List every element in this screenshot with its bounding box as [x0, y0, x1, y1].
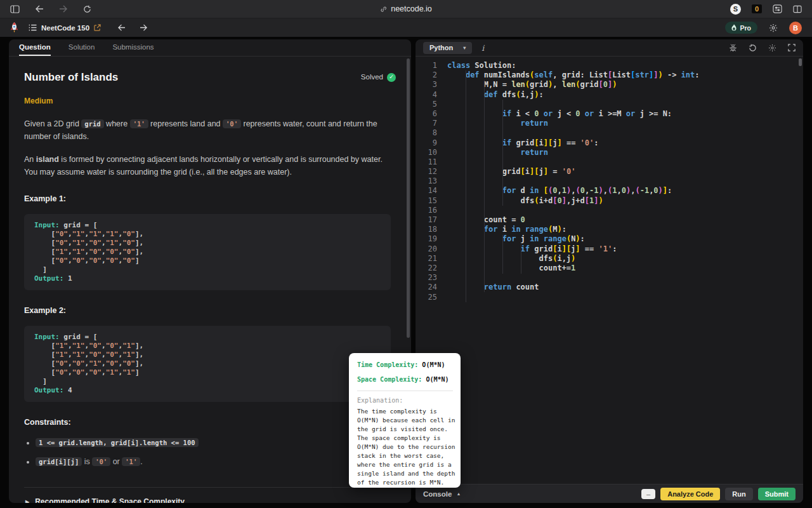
- constraints-list: 1 <= grid.length, grid[i].length <= 100g…: [36, 436, 396, 468]
- editor-line[interactable]: 19 for j in range(N):: [416, 234, 803, 244]
- editor-line[interactable]: 23: [416, 273, 803, 283]
- editor-line[interactable]: 21 dfs(i,j): [416, 254, 803, 264]
- time-complexity-label: Time Complexity:: [357, 361, 418, 368]
- editor-line[interactable]: 22 count+=1: [416, 264, 803, 273]
- browser-tune-icon[interactable]: [773, 4, 782, 13]
- editor-line[interactable]: 13: [416, 177, 803, 186]
- line-number: 22: [416, 264, 437, 273]
- extension-badge[interactable]: 0: [752, 4, 762, 13]
- editor-line[interactable]: 18 for i in range(M):: [416, 225, 803, 234]
- inline-code: grid: [81, 119, 103, 128]
- run-button[interactable]: Run: [725, 488, 752, 500]
- link-icon: [380, 6, 387, 13]
- submit-button[interactable]: Submit: [758, 488, 796, 500]
- extension-s-icon[interactable]: S: [730, 4, 741, 15]
- example-code-line: Output: 4: [34, 386, 381, 395]
- example-code-line: Output: 1: [34, 274, 381, 283]
- editor-line[interactable]: 11: [416, 157, 803, 167]
- chevron-right-icon: ▶: [25, 498, 29, 503]
- editor-line[interactable]: 2 def numIslands(self, grid: List[List[s…: [416, 70, 803, 80]
- example-code-line: Input: grid = [: [34, 333, 381, 342]
- example-code-line: ["0","0","1","0","0"],: [34, 359, 381, 368]
- collapsible-sections: ▶Recommended Time & Space Complexity▶Hin…: [24, 487, 391, 503]
- line-number: 24: [416, 283, 437, 292]
- language-dropdown[interactable]: Python ▾: [423, 42, 472, 54]
- line-number: 18: [416, 225, 437, 234]
- inline-code: '1': [122, 457, 140, 466]
- neetcode-rocket-logo[interactable]: [10, 22, 18, 33]
- editor-line[interactable]: 24 return count: [416, 283, 803, 292]
- editor-line[interactable]: 3 M,N = len(grid), len(grid[0]): [416, 80, 803, 90]
- editor-line[interactable]: 4 def dfs(i,j):: [416, 90, 803, 100]
- example-code-line: ["0","0","0","1","1"]: [34, 368, 381, 377]
- minimize-button[interactable]: –: [641, 489, 655, 499]
- line-number: 6: [416, 109, 437, 119]
- tab-solution[interactable]: Solution: [69, 39, 95, 56]
- problem-title: Number of Islands: [24, 69, 118, 86]
- analyze-code-button[interactable]: Analyze Code: [660, 488, 720, 500]
- browser-reload-icon[interactable]: [83, 5, 91, 13]
- open-list-external-icon[interactable]: [94, 24, 101, 31]
- editor-line[interactable]: 14 for d in [(0,1),(0,-1),(1,0),(-1,0)]:: [416, 186, 803, 196]
- example-code-line: ["0","1","1","1","0"],: [34, 230, 381, 239]
- code-editor[interactable]: 1class Solution:2 def numIslands(self, g…: [416, 57, 803, 484]
- reset-code-icon[interactable]: [749, 44, 757, 52]
- editor-line[interactable]: 25: [416, 293, 803, 302]
- browser-back-icon[interactable]: [35, 5, 44, 13]
- editor-line[interactable]: 1class Solution:: [416, 61, 803, 70]
- editor-line[interactable]: 8: [416, 128, 803, 138]
- constraints-label: Constraints:: [24, 416, 396, 429]
- constraint-item: grid[i][j] is '0' or '1'.: [36, 455, 396, 468]
- pro-badge[interactable]: Pro: [725, 22, 757, 34]
- example-code-line: ["0","1","0","1","0"],: [34, 239, 381, 248]
- collapsible-recommended-time-space-complexity[interactable]: ▶Recommended Time & Space Complexity: [24, 488, 391, 503]
- tab-submissions[interactable]: Submissions: [112, 39, 154, 56]
- fullscreen-icon[interactable]: [788, 44, 796, 52]
- problem-scrollbar[interactable]: [407, 58, 410, 338]
- info-icon[interactable]: i: [481, 43, 484, 53]
- address-bar[interactable]: neetcode.io: [380, 4, 432, 13]
- problem-list-selector[interactable]: NeetCode 150: [29, 24, 101, 32]
- problem-list-label: NeetCode 150: [41, 24, 89, 32]
- editor-line[interactable]: 16: [416, 206, 803, 215]
- editor-line[interactable]: 10 return: [416, 148, 803, 157]
- inline-code: '1': [130, 119, 148, 128]
- console-toggle[interactable]: Console ▲: [423, 490, 461, 498]
- tab-question[interactable]: Question: [19, 39, 51, 56]
- editor-line[interactable]: 5: [416, 100, 803, 109]
- space-complexity-label: Space Complexity:: [357, 376, 422, 383]
- line-number: 10: [416, 148, 437, 157]
- editor-scrollbar[interactable]: [799, 58, 802, 66]
- editor-line[interactable]: 9 if grid[i][j] == '0':: [416, 138, 803, 148]
- editor-line[interactable]: 20 if grid[i][j] == '1':: [416, 244, 803, 254]
- editor-line[interactable]: 12 grid[i][j] = '0': [416, 167, 803, 177]
- problem-description: Given a 2D grid grid where '1' represent…: [24, 117, 396, 143]
- main-area: QuestionSolutionSubmissions Number of Is…: [0, 37, 812, 508]
- line-number: 16: [416, 206, 437, 215]
- solved-check-icon: ✓: [387, 73, 396, 82]
- line-number: 25: [416, 293, 437, 302]
- editor-line[interactable]: 15 dfs(i+d[0],j+d[1]): [416, 196, 803, 206]
- editor-line[interactable]: 7 return: [416, 119, 803, 128]
- browser-sidebar-icon[interactable]: [10, 5, 20, 13]
- example-code-line: ["1","1","0","0","1"],: [34, 351, 381, 359]
- editor-settings-icon[interactable]: [768, 44, 776, 52]
- browser-split-view-icon[interactable]: [793, 5, 802, 13]
- debug-bug-icon[interactable]: [729, 44, 737, 52]
- editor-panel: Python ▾ i 1class Solution:2 def numIsla…: [416, 39, 803, 503]
- pro-label: Pro: [740, 24, 751, 32]
- settings-gear-icon[interactable]: [769, 23, 778, 32]
- editor-line[interactable]: 6 if i < 0 or j < 0 or i >=M or j >= N:: [416, 109, 803, 119]
- editor-header: Python ▾ i: [416, 39, 803, 57]
- prev-problem-icon[interactable]: [117, 24, 126, 31]
- tooltip-divider: [357, 391, 453, 391]
- example-code-line: ["0","0","0","0","0"]: [34, 257, 381, 265]
- time-complexity-value: O(M*N): [422, 361, 445, 368]
- browser-forward-icon[interactable]: [59, 5, 68, 13]
- editor-line[interactable]: 17 count = 0: [416, 215, 803, 225]
- line-number: 7: [416, 119, 437, 128]
- example-code-line: ["1","1","0","0","0"],: [34, 248, 381, 257]
- explanation-label: Explanation:: [357, 397, 455, 404]
- user-avatar[interactable]: B: [789, 22, 802, 34]
- next-problem-icon[interactable]: [140, 24, 148, 31]
